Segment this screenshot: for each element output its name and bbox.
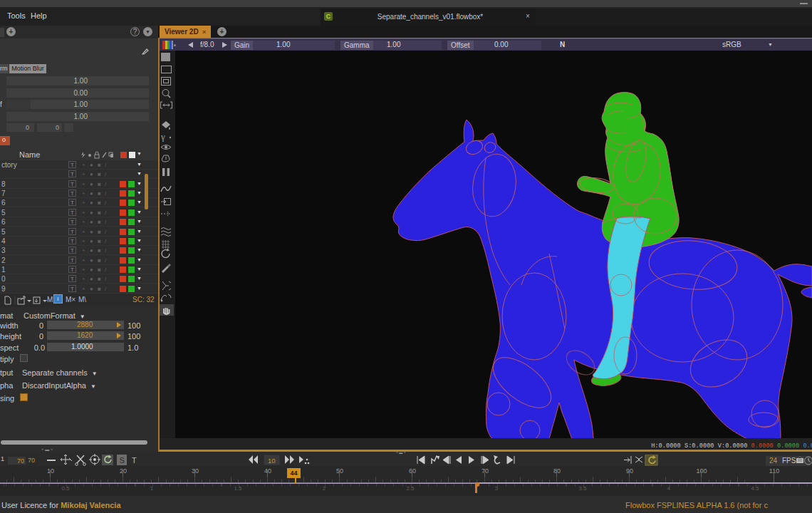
svg-text:10: 10 — [268, 457, 276, 465]
svg-text:S: S — [120, 456, 125, 465]
svg-text:T: T — [132, 456, 137, 465]
svg-text:γ: γ — [160, 131, 165, 142]
